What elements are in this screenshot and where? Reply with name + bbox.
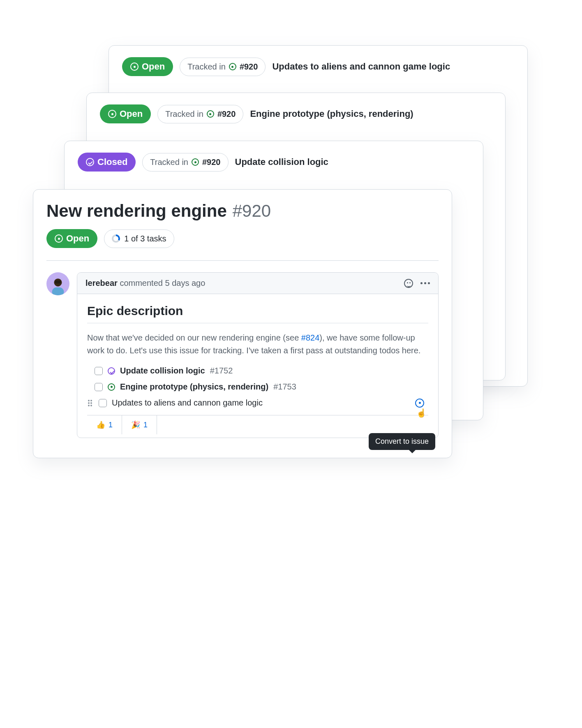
progress-ring-icon bbox=[112, 234, 120, 243]
reactions-bar: 👍 1 🎉 1 bbox=[87, 415, 428, 434]
svg-rect-2 bbox=[55, 281, 61, 283]
status-pill-open: Open bbox=[46, 229, 97, 248]
task-list: Update collision logic #1752 Engine prot… bbox=[87, 364, 428, 409]
issue-open-icon bbox=[55, 234, 63, 243]
issue-open-icon bbox=[207, 110, 214, 118]
task-title[interactable]: Updates to aliens and cannon game logic bbox=[112, 398, 263, 408]
comment-verb: commented bbox=[120, 278, 163, 287]
task-num: #1752 bbox=[210, 366, 233, 376]
issue-open-icon bbox=[108, 383, 115, 391]
reaction-count: 1 bbox=[143, 421, 148, 429]
tracked-in-chip[interactable]: Tracked in #920 bbox=[180, 58, 266, 76]
comment-header: lerebear commented 5 days ago bbox=[77, 273, 438, 294]
tracked-num: #920 bbox=[202, 158, 221, 167]
task-checkbox[interactable] bbox=[99, 399, 107, 407]
status-label: Open bbox=[120, 109, 143, 119]
task-row[interactable]: Update collision logic #1752 bbox=[87, 364, 428, 377]
task-checkbox[interactable] bbox=[95, 383, 103, 391]
svg-rect-1 bbox=[52, 287, 64, 295]
task-title[interactable]: Engine prototype (physics, rendering) bbox=[120, 382, 268, 392]
status-label: Open bbox=[142, 61, 165, 72]
status-pill-open: Open bbox=[100, 104, 151, 123]
comment-time: 5 days ago bbox=[165, 278, 205, 287]
task-row[interactable]: Engine prototype (physics, rendering) #1… bbox=[87, 380, 428, 393]
issue-number: #920 bbox=[233, 201, 271, 221]
issue-title[interactable]: Engine prototype (physics, rendering) bbox=[250, 109, 413, 119]
cursor-hand-icon: ☝️ bbox=[416, 408, 427, 418]
comment-author[interactable]: lerebear bbox=[85, 278, 118, 287]
task-num: #1753 bbox=[273, 382, 296, 392]
convert-to-issue-button[interactable] bbox=[415, 399, 424, 408]
issue-open-icon bbox=[229, 63, 236, 70]
reaction-tada[interactable]: 🎉 1 bbox=[122, 415, 157, 434]
tracked-in-chip[interactable]: Tracked in #920 bbox=[157, 105, 243, 123]
tracked-in-chip[interactable]: Tracked in #920 bbox=[142, 153, 228, 172]
avatar[interactable] bbox=[46, 272, 69, 295]
tracked-label: Tracked in bbox=[150, 158, 188, 167]
status-label: Open bbox=[66, 233, 89, 244]
kebab-menu-icon[interactable] bbox=[420, 282, 430, 284]
reaction-count: 1 bbox=[109, 421, 113, 429]
issue-open-icon bbox=[108, 110, 116, 118]
add-reaction-icon[interactable] bbox=[404, 279, 413, 288]
issue-closed-icon bbox=[108, 367, 115, 375]
reaction-emoji: 🎉 bbox=[131, 420, 140, 429]
page-title: New rendering engine #920 bbox=[46, 201, 439, 221]
comment-box: lerebear commented 5 days ago Epic descr… bbox=[77, 272, 439, 438]
issue-open-icon bbox=[192, 158, 199, 166]
issue-title-text: New rendering engine bbox=[46, 201, 227, 221]
issue-title[interactable]: Updates to aliens and cannon game logic bbox=[272, 61, 450, 72]
issue-link[interactable]: #824 bbox=[301, 333, 320, 342]
reaction-thumbsup[interactable]: 👍 1 bbox=[87, 415, 122, 434]
tracked-num: #920 bbox=[240, 62, 258, 72]
tracked-num: #920 bbox=[217, 109, 236, 119]
task-row[interactable]: Updates to aliens and cannon game logic … bbox=[87, 396, 428, 409]
convert-tooltip: Convert to issue bbox=[369, 433, 435, 450]
status-pill-open: Open bbox=[122, 57, 173, 76]
tasks-label: 1 of 3 tasks bbox=[124, 234, 166, 243]
issue-title[interactable]: Update collision logic bbox=[235, 157, 328, 167]
reaction-emoji: 👍 bbox=[96, 420, 105, 429]
tracked-label: Tracked in bbox=[187, 62, 226, 72]
status-label: Closed bbox=[97, 157, 127, 167]
comment-heading: Epic description bbox=[87, 304, 428, 323]
task-checkbox[interactable] bbox=[95, 367, 103, 375]
task-title[interactable]: Update collision logic bbox=[120, 366, 205, 376]
issue-open-icon bbox=[130, 63, 139, 71]
drag-handle-icon[interactable] bbox=[88, 400, 94, 406]
issue-card-main: New rendering engine #920 Open 1 of 3 ta… bbox=[33, 189, 452, 458]
status-pill-closed: Closed bbox=[78, 153, 136, 172]
issue-closed-icon bbox=[86, 158, 94, 166]
divider bbox=[46, 260, 439, 261]
tasks-progress-chip[interactable]: 1 of 3 tasks bbox=[104, 230, 174, 248]
comment-body-text: Now that we've decided on our new render… bbox=[87, 332, 428, 357]
tracked-label: Tracked in bbox=[165, 109, 203, 119]
